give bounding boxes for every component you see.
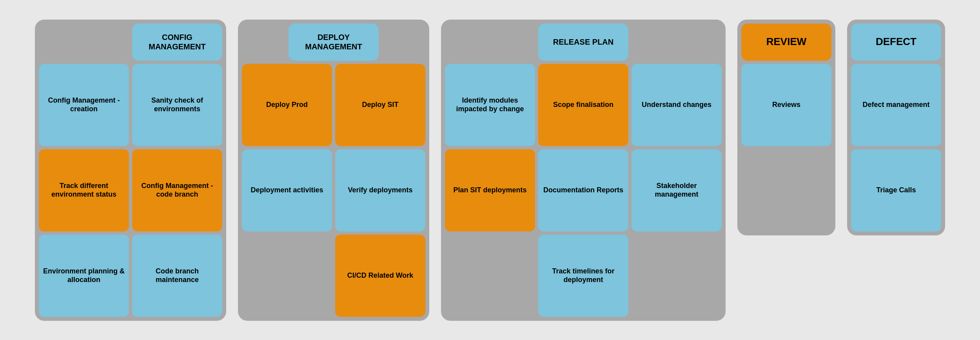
tile-triage-calls: Triage Calls [851, 149, 941, 231]
cluster-config-management: CONFIG MANAGEMENT Config Management - cr… [35, 20, 226, 321]
cluster-release-plan: RELEASE PLAN Identify modules impacted b… [441, 20, 726, 321]
tile-empty-2 [445, 235, 535, 317]
tile-identify-modules: Identify modules impacted by change [445, 64, 535, 146]
tile-cicd: CI/CD Related Work [335, 235, 425, 317]
tile-verify-deployments: Verify deployments [335, 149, 425, 231]
tile-track-env-status: Track different environment status [39, 149, 129, 231]
tile-track-timelines: Track timelines for deployment [538, 235, 628, 317]
tile-deploy-prod: Deploy Prod [242, 64, 332, 146]
config-grid: Config Management - creation Sanity chec… [39, 64, 222, 317]
tile-deploy-sit: Deploy SIT [335, 64, 425, 146]
defect-grid: Defect management Triage Calls [851, 64, 941, 231]
release-grid: Identify modules impacted by change Scop… [445, 64, 722, 317]
header-review: REVIEW [741, 24, 831, 61]
cluster-review: REVIEW Reviews [737, 20, 835, 235]
tile-sanity-check: Sanity check of environments [132, 64, 222, 146]
tile-understand-changes: Understand changes [632, 64, 722, 146]
tile-empty-4 [741, 149, 831, 231]
tile-scope-finalisation: Scope finalisation [538, 64, 628, 146]
cluster-defect: DEFECT Defect management Triage Calls [847, 20, 945, 235]
deploy-grid: Deploy Prod Deploy SIT Deployment activi… [242, 64, 425, 317]
tile-config-mgmt-creation: Config Management - creation [39, 64, 129, 146]
tile-stakeholder-mgmt: Stakeholder management [632, 149, 722, 231]
header-release-plan: RELEASE PLAN [538, 24, 628, 61]
tile-empty-3 [632, 235, 722, 317]
tile-reviews: Reviews [741, 64, 831, 146]
header-config-management: CONFIG MANAGEMENT [132, 24, 222, 61]
tile-plan-sit-deployments: Plan SIT deployments [445, 149, 535, 231]
tile-code-branch-maint: Code branch maintenance [132, 235, 222, 317]
header-deploy-management: DEPLOY MANAGEMENT [289, 24, 379, 61]
tile-empty-1 [242, 235, 332, 317]
review-grid: Reviews [741, 64, 831, 231]
tile-env-planning: Environment planning & allocation [39, 235, 129, 317]
tile-defect-management: Defect management [851, 64, 941, 146]
header-defect: DEFECT [851, 24, 941, 61]
main-container: CONFIG MANAGEMENT Config Management - cr… [35, 20, 945, 321]
cluster-deploy-management: DEPLOY MANAGEMENT Deploy Prod Deploy SIT… [238, 20, 429, 321]
tile-config-mgmt-code: Config Management - code branch [132, 149, 222, 231]
tile-deployment-activities: Deployment activities [242, 149, 332, 231]
tile-documentation-reports: Documentation Reports [538, 149, 628, 231]
